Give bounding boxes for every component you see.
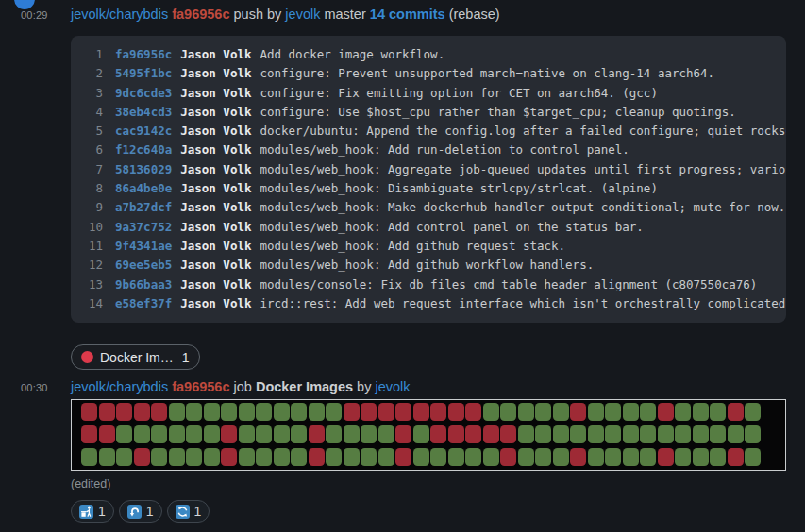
job-cell-success xyxy=(274,403,290,421)
commit-author: Jason Volk xyxy=(180,179,251,198)
reaction-arrow-curving-left[interactable]: 1 xyxy=(119,500,162,523)
job-cell-failure xyxy=(395,425,411,443)
job-cell-success xyxy=(99,448,115,466)
job-cell-success xyxy=(483,403,499,421)
commit-hash-link[interactable]: 9b66baa3 xyxy=(115,275,172,294)
job-cell-failure xyxy=(413,403,429,421)
line-number: 6 xyxy=(82,141,103,159)
job-cell-failure xyxy=(465,425,481,443)
commit-list[interactable]: 1fa96956cJason VolkAdd docker image work… xyxy=(71,36,786,323)
job-cell-success xyxy=(728,425,744,443)
message-gutter: 00:30 xyxy=(0,379,71,523)
commit-hash-link[interactable]: 5495f1bc xyxy=(115,64,172,83)
job-cell-success xyxy=(448,448,464,466)
job-cell-success xyxy=(623,403,639,421)
commit-hash-link[interactable]: 86a4be0e xyxy=(115,179,172,198)
job-cell-success xyxy=(675,425,691,443)
job-cell-success xyxy=(239,403,255,421)
job-cell-success xyxy=(378,448,394,466)
job-cell-success xyxy=(326,425,342,443)
job-cell-success xyxy=(518,448,534,466)
job-cell-failure xyxy=(570,403,586,421)
job-cell-success xyxy=(693,448,709,466)
line-number: 5 xyxy=(82,122,103,141)
commit-hash-link[interactable]: 38eb4cd3 xyxy=(115,103,172,122)
counterclockwise-arrows-icon xyxy=(176,505,190,519)
commit-author: Jason Volk xyxy=(180,275,251,294)
commit-hash-link[interactable]: f12c640a xyxy=(115,141,172,159)
job-cell-success xyxy=(326,448,342,466)
job-cell-success xyxy=(570,425,586,443)
commit-row: 886a4be0eJason Volkmodules/web_hook: Dis… xyxy=(82,179,786,198)
commit-hash-link[interactable]: fa96956c xyxy=(115,45,172,64)
commit-message: configure: Use $host_cpu rather than $ta… xyxy=(260,103,735,122)
commit-row: 6f12c640aJason Volkmodules/web_hook: Add… xyxy=(82,141,786,159)
job-cell-success xyxy=(81,448,97,466)
commit-message: configure: Fix emitting option for CET o… xyxy=(260,84,657,103)
job-cell-success xyxy=(204,425,220,443)
job-cell-failure xyxy=(221,425,237,443)
job-cell-failure xyxy=(309,425,325,443)
line-number: 1 xyxy=(82,45,103,64)
commit-message: modules/web_hook: Make dockerhub handler… xyxy=(260,198,785,217)
repo-link[interactable]: jevolk/charybdis xyxy=(71,7,168,22)
job-cell-failure xyxy=(99,403,115,421)
job-cell-success xyxy=(239,448,255,466)
commit-message: modules/web_hook: Aggregate job-queued u… xyxy=(260,160,786,179)
job-cell-failure xyxy=(570,448,586,466)
job-cell-success xyxy=(204,403,220,421)
job-cell-failure xyxy=(344,403,360,421)
job-cell-success xyxy=(151,448,167,466)
commit-hash-link[interactable]: e58ef37f xyxy=(115,294,172,313)
job-cell-success xyxy=(588,448,604,466)
commit-row: 758136029Jason Volkmodules/web_hook: Agg… xyxy=(82,160,786,179)
commit-author: Jason Volk xyxy=(180,103,251,122)
red-circle-icon xyxy=(81,351,93,363)
job-name: Docker Images xyxy=(256,379,353,394)
user-link[interactable]: jevolk xyxy=(375,379,410,394)
commit-hash-link[interactable]: 9a37c752 xyxy=(115,218,172,237)
commit-author: Jason Volk xyxy=(180,45,251,64)
commit-hash-link[interactable]: cac9142c xyxy=(115,122,172,141)
job-cell-failure xyxy=(81,403,97,421)
avatar[interactable] xyxy=(14,0,35,9)
job-grid-row xyxy=(81,403,785,421)
reaction-put-litter[interactable]: 1 xyxy=(71,500,114,523)
docker-images-status-badge[interactable]: Docker Im… 1 xyxy=(71,344,200,370)
commit-hash-link[interactable]: 9dc6cde3 xyxy=(115,84,172,103)
commit-hash-link[interactable]: 69ee5eb5 xyxy=(115,256,172,274)
commit-hash-link[interactable]: 9f4341ae xyxy=(115,237,172,256)
job-cell-failure xyxy=(395,448,411,466)
reaction-counterclockwise-arrows[interactable]: 1 xyxy=(167,500,210,523)
badge-label: Docker Im… xyxy=(100,350,174,365)
commit-author: Jason Volk xyxy=(180,160,251,179)
commit-message: modules/console: Fix db files cmd table … xyxy=(260,275,757,294)
job-cell-success xyxy=(169,425,185,443)
commit-author: Jason Volk xyxy=(180,198,251,217)
timestamp: 00:29 xyxy=(21,9,48,21)
job-cell-success xyxy=(693,425,709,443)
job-cell-success xyxy=(675,448,691,466)
job-cell-failure xyxy=(361,403,377,421)
commit-row: 1269ee5eb5Jason Volkmodules/web_hook: Ad… xyxy=(82,256,786,274)
job-cell-success xyxy=(553,448,569,466)
commit-hash-link[interactable]: 58136029 xyxy=(115,160,172,179)
user-link[interactable]: jevolk xyxy=(285,7,320,22)
commits-link[interactable]: 14 commits xyxy=(370,7,445,22)
commit-row: 119f4341aeJason Volkmodules/web_hook: Ad… xyxy=(82,237,786,256)
job-cell-success xyxy=(623,448,639,466)
job-cell-success xyxy=(535,425,551,443)
job-cell-failure xyxy=(430,403,446,421)
job-cell-success xyxy=(518,403,534,421)
line-number: 4 xyxy=(82,103,103,122)
job-cell-success xyxy=(291,403,307,421)
job-cell-success xyxy=(291,448,307,466)
job-verb: job xyxy=(234,379,252,394)
job-cell-success xyxy=(535,403,551,421)
line-number: 2 xyxy=(82,64,103,83)
commit-hash-link[interactable]: a7b27dcf xyxy=(115,198,172,217)
job-cell-success xyxy=(623,425,639,443)
commit-author: Jason Volk xyxy=(180,256,251,274)
commit-row: 1fa96956cJason VolkAdd docker image work… xyxy=(82,45,786,64)
repo-link[interactable]: jevolk/charybdis xyxy=(71,379,168,394)
